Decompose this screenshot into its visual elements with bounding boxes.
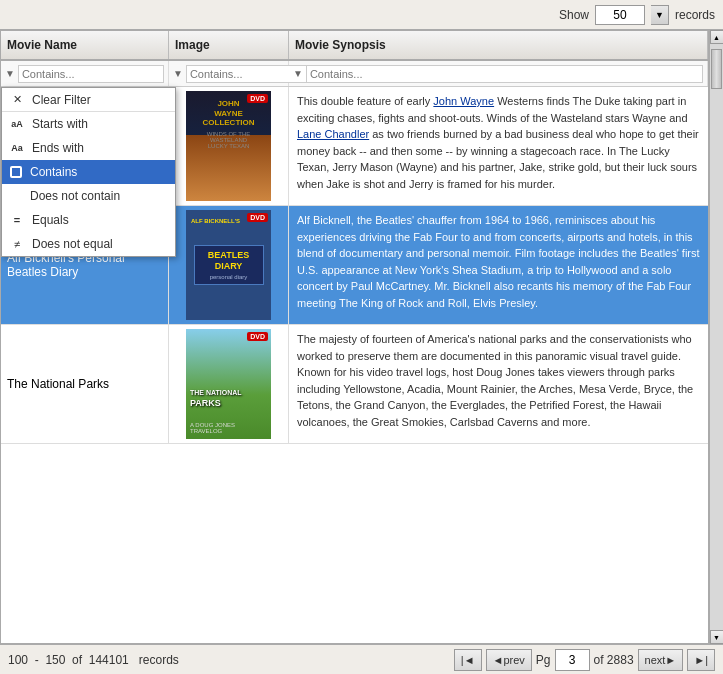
not-equals-icon: ≠ (10, 237, 24, 251)
dvd-badge-3: DVD (247, 332, 268, 341)
link-lane-chandler[interactable]: Lane Chandler (297, 128, 369, 140)
next-page-button[interactable]: next ► (638, 649, 684, 671)
movie-poster-1: DVD JOHNWAYNECOLLECTION WINDS OF THEWAST… (186, 91, 271, 201)
col-header-synopsis[interactable]: Movie Synopsis (289, 31, 708, 59)
clear-icon: ✕ (10, 93, 24, 107)
table-area: Movie Name Image Movie Synopsis ▼ ▼ ▼ (0, 30, 709, 644)
link-john-wayne[interactable]: John Wayne (433, 95, 494, 107)
first-page-button[interactable]: |◄ (454, 649, 482, 671)
column-headers: Movie Name Image Movie Synopsis (1, 31, 708, 61)
does-not-contain-icon (10, 189, 22, 203)
dropdown-ends-with[interactable]: Aa Ends with (2, 136, 175, 160)
main-content: Movie Name Image Movie Synopsis ▼ ▼ ▼ (0, 30, 723, 644)
show-dropdown[interactable]: ▼ (651, 5, 669, 25)
cell-synopsis-1: This double feature of early John Wayne … (289, 87, 708, 205)
prev-page-button[interactable]: ◄ prev (486, 649, 532, 671)
filter-icon-synopsis[interactable]: ▼ (293, 68, 303, 79)
scroll-up-button[interactable]: ▲ (710, 30, 724, 44)
filter-input-synopsis[interactable] (306, 65, 703, 83)
records-label: records (675, 8, 715, 22)
filter-cell-synopsis: ▼ (289, 61, 708, 86)
cell-image-1: DVD JOHNWAYNECOLLECTION WINDS OF THEWAST… (169, 87, 289, 205)
dropdown-contains[interactable]: Contains (2, 160, 175, 184)
scroll-down-button[interactable]: ▼ (710, 630, 724, 644)
cell-movie-name-3: The National Parks (1, 325, 169, 443)
record-range: 100 - 150 of 144101 records (8, 653, 450, 667)
filter-icon-image[interactable]: ▼ (173, 68, 183, 79)
col-header-movie-name[interactable]: Movie Name (1, 31, 169, 59)
starts-with-icon: aA (10, 117, 24, 131)
dvd-badge-1: DVD (247, 94, 268, 103)
dropdown-does-not-equal[interactable]: ≠ Does not equal (2, 232, 175, 256)
filter-cell-name: ▼ (1, 61, 169, 86)
filter-row: ▼ ▼ ▼ ✕ Clear Filter aA Starts with (1, 61, 708, 87)
page-label: Pg (536, 653, 551, 667)
movie-poster-2: DVD ALF BICKNELL'S BEATLESDIARY personal… (186, 210, 271, 320)
last-page-button[interactable]: ►| (687, 649, 715, 671)
cell-synopsis-2: Alf Bicknell, the Beatles' chauffer from… (289, 206, 708, 324)
filter-cell-image: ▼ (169, 61, 289, 86)
show-input[interactable] (595, 5, 645, 25)
filter-input-name[interactable] (18, 65, 164, 83)
dropdown-starts-with[interactable]: aA Starts with (2, 112, 175, 136)
filter-dropdown: ✕ Clear Filter aA Starts with Aa Ends wi… (1, 87, 176, 257)
dropdown-clear-filter[interactable]: ✕ Clear Filter (2, 88, 175, 112)
dropdown-does-not-contain[interactable]: Does not contain (2, 184, 175, 208)
of-pages: of 2883 (594, 653, 634, 667)
contains-icon (10, 166, 22, 178)
scroll-track[interactable] (710, 44, 723, 630)
equals-icon: = (10, 213, 24, 227)
cell-image-3: DVD THE NATIONALPARKS A DOUG JONES TRAVE… (169, 325, 289, 443)
dvd-badge-2: DVD (247, 213, 268, 222)
cell-image-2: DVD ALF BICKNELL'S BEATLESDIARY personal… (169, 206, 289, 324)
ends-with-icon: Aa (10, 141, 24, 155)
filter-icon-name[interactable]: ▼ (5, 68, 15, 79)
movie-poster-3: DVD THE NATIONALPARKS A DOUG JONES TRAVE… (186, 329, 271, 439)
scrollbar: ▲ ▼ (709, 30, 723, 644)
table-row[interactable]: The National Parks DVD THE NATIONALPARKS… (1, 325, 708, 444)
top-bar: Show ▼ records (0, 0, 723, 30)
page-input[interactable] (555, 649, 590, 671)
bottom-bar: 100 - 150 of 144101 records |◄ ◄ prev Pg… (0, 644, 723, 674)
show-label: Show (559, 8, 589, 22)
scroll-thumb[interactable] (711, 49, 722, 89)
cell-synopsis-3: The majesty of fourteen of America's nat… (289, 325, 708, 443)
dropdown-equals[interactable]: = Equals (2, 208, 175, 232)
col-header-image[interactable]: Image (169, 31, 289, 59)
